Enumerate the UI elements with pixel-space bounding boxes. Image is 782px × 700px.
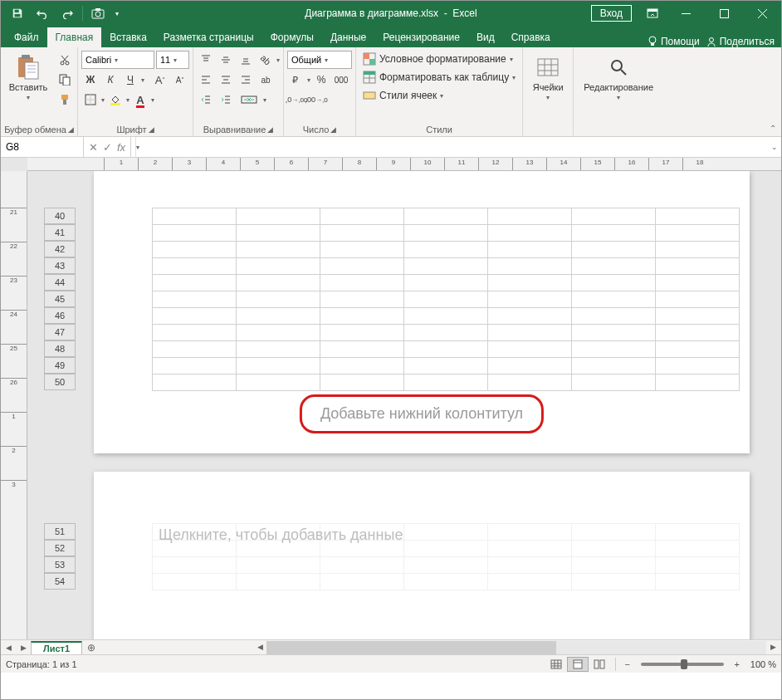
cell[interactable] [237, 258, 320, 275]
row-header-40[interactable]: 40 [44, 208, 76, 224]
cell[interactable] [320, 308, 404, 325]
tab-review[interactable]: Рецензирование [374, 27, 468, 47]
sheet-nav-next[interactable]: ▶ [16, 641, 31, 654]
cell[interactable] [488, 358, 572, 374]
row-header-42[interactable]: 42 [44, 241, 76, 257]
cell[interactable] [237, 325, 320, 341]
tell-me-button[interactable]: Помощи [648, 36, 700, 47]
qat-customize[interactable]: ▾ [111, 2, 123, 25]
screenshot-button[interactable] [86, 2, 110, 25]
cell[interactable] [656, 225, 740, 242]
cell[interactable] [404, 557, 488, 574]
cell[interactable] [572, 308, 656, 325]
cell[interactable] [656, 242, 740, 258]
editing-button[interactable]: Редактирование ▾ [577, 51, 660, 105]
cell[interactable] [656, 291, 740, 308]
maximize-button[interactable] [705, 1, 743, 26]
cell[interactable] [320, 358, 404, 374]
wrap-text-button[interactable]: ab [257, 71, 275, 89]
enter-formula-button[interactable]: ✓ [103, 141, 112, 154]
cell[interactable] [488, 374, 572, 391]
bold-button[interactable]: Ж [81, 71, 100, 89]
row-header-51[interactable]: 51 [44, 523, 76, 540]
cell[interactable] [488, 258, 572, 275]
row-header-54[interactable]: 54 [44, 573, 76, 590]
h-scrollbar[interactable]: ◀ ▶ [266, 641, 766, 654]
align-middle-button[interactable] [217, 51, 235, 69]
cell[interactable] [153, 341, 237, 358]
cell[interactable] [572, 242, 656, 258]
shrink-font-button[interactable]: A˅ [171, 71, 189, 89]
cell[interactable] [237, 358, 320, 374]
cell[interactable] [320, 574, 404, 590]
cell[interactable] [153, 258, 237, 275]
expand-formula-bar[interactable]: ⌄ [771, 143, 778, 151]
cell[interactable] [320, 557, 404, 574]
normal-view-button[interactable] [545, 657, 567, 672]
tab-help[interactable]: Справка [503, 27, 559, 47]
scroll-left-button[interactable]: ◀ [253, 643, 266, 651]
font-size-combo[interactable]: 11▾ [156, 51, 189, 69]
cell[interactable] [488, 574, 572, 590]
collapse-ribbon-button[interactable]: ⌃ [768, 122, 778, 135]
zoom-in-button[interactable]: + [731, 659, 744, 669]
cell[interactable] [572, 358, 656, 374]
cell[interactable] [572, 208, 656, 225]
row-header-49[interactable]: 49 [44, 357, 76, 374]
paste-button[interactable]: Вставить ▾ [4, 51, 52, 105]
cell[interactable] [320, 325, 404, 341]
cell[interactable] [572, 258, 656, 275]
row-header-53[interactable]: 53 [44, 556, 76, 573]
cell[interactable] [656, 541, 740, 557]
cell[interactable] [237, 242, 320, 258]
redo-button[interactable] [56, 2, 79, 25]
cell[interactable] [656, 341, 740, 358]
conditional-formatting-button[interactable]: Условное форматирование ▾ [359, 51, 519, 67]
cancel-formula-button[interactable]: ✕ [89, 141, 98, 154]
cell[interactable] [656, 308, 740, 325]
cell[interactable] [404, 275, 488, 291]
cell[interactable] [572, 524, 656, 541]
zoom-slider[interactable] [641, 663, 724, 666]
tab-insert[interactable]: Вставка [101, 27, 155, 47]
cell[interactable] [656, 524, 740, 541]
row-header-43[interactable]: 43 [44, 257, 76, 274]
zoom-level[interactable]: 100 % [750, 659, 776, 669]
cell[interactable] [153, 225, 237, 242]
cell[interactable] [404, 225, 488, 242]
cut-button[interactable] [56, 51, 74, 69]
page-break-view-button[interactable] [589, 657, 610, 672]
cell[interactable] [572, 225, 656, 242]
cell[interactable] [404, 524, 488, 541]
cell[interactable] [572, 574, 656, 590]
cell[interactable] [237, 341, 320, 358]
cell[interactable] [237, 208, 320, 225]
font-launcher[interactable]: ◢ [149, 125, 154, 134]
cell[interactable] [153, 358, 237, 374]
cell[interactable] [153, 325, 237, 341]
comma-button[interactable]: 000 [332, 71, 350, 89]
cells-button[interactable]: Ячейки ▾ [526, 51, 569, 105]
cell[interactable] [404, 574, 488, 590]
fill-color-button[interactable] [106, 91, 125, 109]
cell[interactable] [320, 242, 404, 258]
number-launcher[interactable]: ◢ [330, 125, 336, 134]
cell[interactable] [237, 308, 320, 325]
cell[interactable] [320, 374, 404, 391]
cell[interactable] [488, 308, 572, 325]
cell[interactable] [404, 358, 488, 374]
decrease-decimal-button[interactable]: ,00→,0 [307, 91, 325, 109]
decrease-indent-button[interactable] [197, 91, 215, 109]
row-header-50[interactable]: 50 [44, 374, 76, 390]
align-bottom-button[interactable] [237, 51, 255, 69]
align-left-button[interactable] [197, 71, 215, 89]
cell[interactable] [656, 275, 740, 291]
cell[interactable] [656, 374, 740, 391]
tab-home[interactable]: Главная [47, 27, 102, 47]
cell[interactable] [237, 557, 320, 574]
footer-placeholder[interactable]: Добавьте нижний колонтитул [300, 394, 544, 433]
cell[interactable] [153, 291, 237, 308]
cell[interactable] [656, 208, 740, 225]
cell[interactable] [320, 258, 404, 275]
name-box[interactable]: ▾ [1, 137, 84, 157]
